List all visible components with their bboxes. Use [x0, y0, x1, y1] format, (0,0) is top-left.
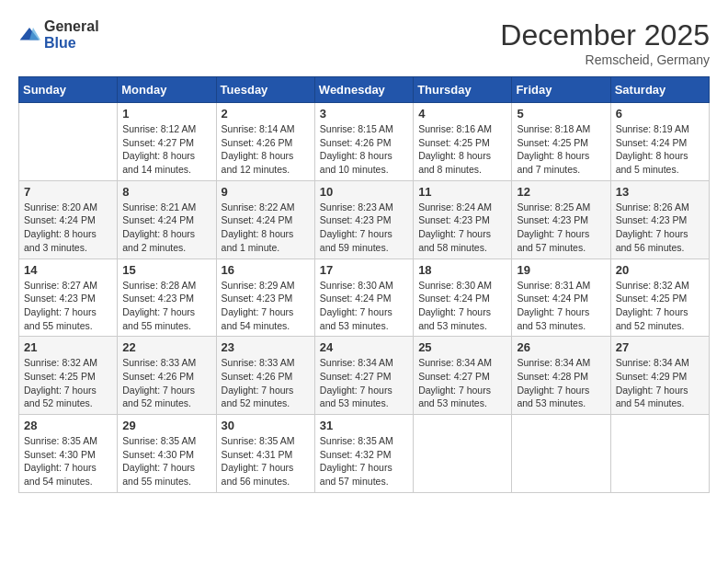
day-number: 16 — [222, 263, 310, 277]
day-number: 30 — [222, 419, 310, 432]
logo-general: General — [44, 18, 99, 35]
logo: General Blue — [18, 18, 99, 51]
day-number: 27 — [616, 340, 704, 354]
day-number: 19 — [517, 263, 605, 277]
weekday-header: Saturday — [610, 77, 709, 103]
calendar-cell — [512, 415, 610, 493]
calendar-cell: 30Sunrise: 8:35 AM Sunset: 4:31 PM Dayli… — [216, 415, 314, 493]
day-info: Sunrise: 8:14 AM Sunset: 4:26 PM Dayligh… — [222, 122, 310, 177]
calendar-cell: 27Sunrise: 8:34 AM Sunset: 4:29 PM Dayli… — [610, 337, 709, 415]
location: Remscheid, Germany — [500, 52, 710, 67]
calendar-header-row: SundayMondayTuesdayWednesdayThursdayFrid… — [19, 77, 710, 103]
calendar-cell: 29Sunrise: 8:35 AM Sunset: 4:30 PM Dayli… — [118, 415, 216, 493]
calendar-cell: 23Sunrise: 8:33 AM Sunset: 4:26 PM Dayli… — [216, 337, 314, 415]
day-info: Sunrise: 8:34 AM Sunset: 4:27 PM Dayligh… — [320, 356, 408, 410]
title-block: December 2025 Remscheid, Germany — [500, 18, 710, 67]
month-title: December 2025 — [500, 18, 710, 52]
calendar-cell: 12Sunrise: 8:25 AM Sunset: 4:23 PM Dayli… — [512, 180, 610, 259]
day-info: Sunrise: 8:35 AM Sunset: 4:30 PM Dayligh… — [122, 434, 210, 488]
calendar-cell: 16Sunrise: 8:29 AM Sunset: 4:23 PM Dayli… — [216, 259, 314, 337]
day-number: 24 — [320, 340, 408, 354]
calendar-cell: 7Sunrise: 8:20 AM Sunset: 4:24 PM Daylig… — [19, 180, 118, 259]
weekday-header: Sunday — [19, 77, 118, 103]
day-info: Sunrise: 8:34 AM Sunset: 4:27 PM Dayligh… — [418, 356, 506, 410]
day-number: 6 — [616, 107, 704, 121]
day-number: 29 — [122, 419, 210, 432]
day-number: 8 — [122, 185, 210, 199]
day-info: Sunrise: 8:32 AM Sunset: 4:25 PM Dayligh… — [616, 279, 704, 333]
day-number: 31 — [320, 419, 408, 432]
calendar-cell: 2Sunrise: 8:14 AM Sunset: 4:26 PM Daylig… — [216, 103, 314, 181]
calendar-cell: 10Sunrise: 8:23 AM Sunset: 4:23 PM Dayli… — [314, 180, 413, 259]
weekday-header: Wednesday — [314, 77, 413, 103]
day-number: 23 — [222, 340, 310, 354]
day-number: 5 — [517, 107, 605, 121]
calendar-cell — [414, 415, 512, 493]
calendar-cell: 19Sunrise: 8:31 AM Sunset: 4:24 PM Dayli… — [512, 259, 610, 337]
calendar-cell: 22Sunrise: 8:33 AM Sunset: 4:26 PM Dayli… — [118, 337, 216, 415]
day-info: Sunrise: 8:12 AM Sunset: 4:27 PM Dayligh… — [122, 122, 210, 177]
day-info: Sunrise: 8:30 AM Sunset: 4:24 PM Dayligh… — [320, 279, 408, 333]
day-number: 20 — [616, 263, 704, 277]
calendar-cell: 14Sunrise: 8:27 AM Sunset: 4:23 PM Dayli… — [19, 259, 118, 337]
day-info: Sunrise: 8:33 AM Sunset: 4:26 PM Dayligh… — [222, 356, 310, 410]
weekday-header: Tuesday — [216, 77, 314, 103]
day-number: 13 — [616, 185, 704, 199]
logo-text: General Blue — [44, 18, 99, 51]
day-info: Sunrise: 8:16 AM Sunset: 4:25 PM Dayligh… — [418, 122, 506, 177]
calendar-cell: 31Sunrise: 8:35 AM Sunset: 4:32 PM Dayli… — [314, 415, 413, 493]
day-number: 10 — [320, 185, 408, 199]
calendar-cell: 21Sunrise: 8:32 AM Sunset: 4:25 PM Dayli… — [19, 337, 118, 415]
calendar-cell: 17Sunrise: 8:30 AM Sunset: 4:24 PM Dayli… — [314, 259, 413, 337]
day-number: 2 — [222, 107, 310, 121]
weekday-header: Thursday — [414, 77, 512, 103]
day-number: 28 — [24, 419, 112, 432]
day-info: Sunrise: 8:25 AM Sunset: 4:23 PM Dayligh… — [517, 201, 605, 255]
calendar-cell: 24Sunrise: 8:34 AM Sunset: 4:27 PM Dayli… — [314, 337, 413, 415]
day-info: Sunrise: 8:21 AM Sunset: 4:24 PM Dayligh… — [122, 201, 210, 255]
day-number: 11 — [418, 185, 506, 199]
day-info: Sunrise: 8:18 AM Sunset: 4:25 PM Dayligh… — [517, 122, 605, 177]
day-info: Sunrise: 8:35 AM Sunset: 4:32 PM Dayligh… — [320, 434, 408, 488]
day-number: 21 — [24, 340, 112, 354]
calendar-cell: 13Sunrise: 8:26 AM Sunset: 4:23 PM Dayli… — [610, 180, 709, 259]
logo-blue: Blue — [44, 35, 99, 52]
day-number: 7 — [24, 185, 112, 199]
day-info: Sunrise: 8:35 AM Sunset: 4:30 PM Dayligh… — [24, 434, 112, 488]
logo-icon — [18, 24, 40, 46]
day-info: Sunrise: 8:34 AM Sunset: 4:29 PM Dayligh… — [616, 356, 704, 410]
calendar-week-row: 21Sunrise: 8:32 AM Sunset: 4:25 PM Dayli… — [19, 337, 710, 415]
calendar-cell: 1Sunrise: 8:12 AM Sunset: 4:27 PM Daylig… — [118, 103, 216, 181]
day-number: 3 — [320, 107, 408, 121]
day-number: 25 — [418, 340, 506, 354]
calendar-cell: 26Sunrise: 8:34 AM Sunset: 4:28 PM Dayli… — [512, 337, 610, 415]
day-number: 15 — [122, 263, 210, 277]
day-number: 4 — [418, 107, 506, 121]
calendar-cell: 5Sunrise: 8:18 AM Sunset: 4:25 PM Daylig… — [512, 103, 610, 181]
day-number: 18 — [418, 263, 506, 277]
calendar-cell: 28Sunrise: 8:35 AM Sunset: 4:30 PM Dayli… — [19, 415, 118, 493]
calendar-week-row: 7Sunrise: 8:20 AM Sunset: 4:24 PM Daylig… — [19, 180, 710, 259]
day-info: Sunrise: 8:32 AM Sunset: 4:25 PM Dayligh… — [24, 356, 112, 410]
calendar-week-row: 14Sunrise: 8:27 AM Sunset: 4:23 PM Dayli… — [19, 259, 710, 337]
calendar-week-row: 1Sunrise: 8:12 AM Sunset: 4:27 PM Daylig… — [19, 103, 710, 181]
day-info: Sunrise: 8:26 AM Sunset: 4:23 PM Dayligh… — [616, 201, 704, 255]
calendar-cell — [610, 415, 709, 493]
day-number: 12 — [517, 185, 605, 199]
day-info: Sunrise: 8:24 AM Sunset: 4:23 PM Dayligh… — [418, 201, 506, 255]
calendar-cell: 8Sunrise: 8:21 AM Sunset: 4:24 PM Daylig… — [118, 180, 216, 259]
day-info: Sunrise: 8:15 AM Sunset: 4:26 PM Dayligh… — [320, 122, 408, 177]
day-info: Sunrise: 8:27 AM Sunset: 4:23 PM Dayligh… — [24, 279, 112, 333]
calendar-cell: 15Sunrise: 8:28 AM Sunset: 4:23 PM Dayli… — [118, 259, 216, 337]
day-number: 14 — [24, 263, 112, 277]
calendar-cell: 6Sunrise: 8:19 AM Sunset: 4:24 PM Daylig… — [610, 103, 709, 181]
day-info: Sunrise: 8:35 AM Sunset: 4:31 PM Dayligh… — [222, 434, 310, 488]
calendar-cell: 4Sunrise: 8:16 AM Sunset: 4:25 PM Daylig… — [414, 103, 512, 181]
day-info: Sunrise: 8:30 AM Sunset: 4:24 PM Dayligh… — [418, 279, 506, 333]
day-number: 1 — [122, 107, 210, 121]
day-number: 17 — [320, 263, 408, 277]
calendar-cell: 18Sunrise: 8:30 AM Sunset: 4:24 PM Dayli… — [414, 259, 512, 337]
day-number: 9 — [222, 185, 310, 199]
calendar-cell: 3Sunrise: 8:15 AM Sunset: 4:26 PM Daylig… — [314, 103, 413, 181]
day-info: Sunrise: 8:22 AM Sunset: 4:24 PM Dayligh… — [222, 201, 310, 255]
